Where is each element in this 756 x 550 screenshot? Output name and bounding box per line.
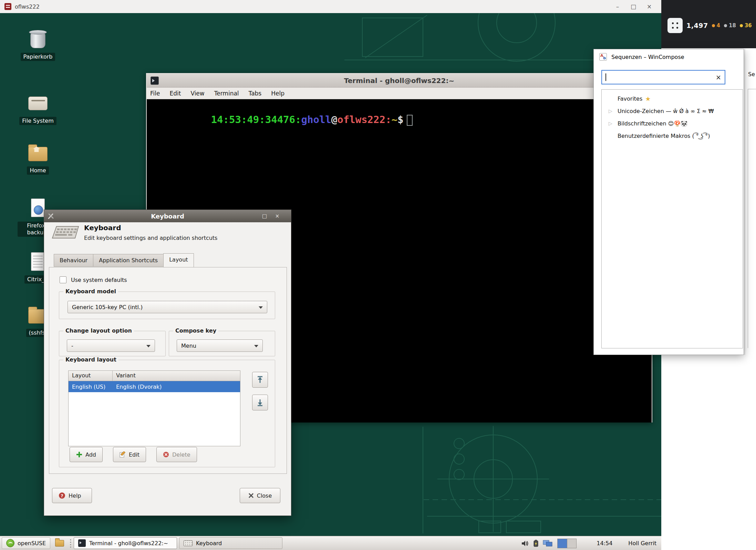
logged-in-user: Holl Gerrit <box>628 540 656 547</box>
use-system-defaults-row: Use system defaults <box>60 276 127 283</box>
workspace-1-active[interactable] <box>558 539 567 548</box>
star-icon: ★ <box>645 95 651 102</box>
wincompose-title: Sequenzen – WinCompose <box>611 54 684 60</box>
minimize-button[interactable]: – <box>610 0 625 13</box>
pencil-icon <box>120 451 126 458</box>
terminal-cursor <box>407 115 413 126</box>
help-button[interactable]: ? Help <box>52 488 92 503</box>
keyboard-layout-list[interactable]: Layout Variant English (US) English (Dvo… <box>68 370 240 446</box>
workspace-switcher[interactable] <box>557 539 577 548</box>
taskbar-task-terminal[interactable]: Terminal - gholl@oflws222:~ <box>74 537 177 549</box>
change-layout-option-select[interactable]: - <box>67 339 155 352</box>
file-manager-button[interactable] <box>52 537 67 549</box>
clear-search-icon[interactable]: × <box>716 74 721 81</box>
sequence-category-list[interactable]: Favorites ★ ▷ Unicode-Zeichen — ŵ Ǿ à ∞ … <box>601 89 743 348</box>
keyboard-model-label: Keyboard model <box>63 288 118 295</box>
remote-window-titlebar[interactable]: oflws222 – □ × <box>0 0 661 13</box>
keyboard-layout-group: Keyboard layout Layout Variant English (… <box>59 360 275 467</box>
menu-file[interactable]: File <box>150 90 160 97</box>
window-controls: – □ × <box>610 0 657 13</box>
tray-battery-icon[interactable] <box>533 540 539 547</box>
menu-view[interactable]: View <box>190 90 204 97</box>
menu-terminal[interactable]: Terminal <box>214 90 239 97</box>
close-dialog-button[interactable]: Close <box>240 488 280 503</box>
tab-behaviour[interactable]: Behaviour <box>54 254 93 267</box>
close-button[interactable]: × <box>641 0 657 13</box>
plus-icon <box>76 451 82 458</box>
prompt-symbol: $ <box>397 114 403 125</box>
panel-drag-handle[interactable] <box>69 539 72 548</box>
taskbar-task-keyboard[interactable]: Keyboard <box>179 537 282 549</box>
column-layout[interactable]: Layout <box>69 371 113 381</box>
menu-edit[interactable]: Edit <box>169 90 181 97</box>
category-unicode[interactable]: ▷ Unicode-Zeichen — ŵ Ǿ à ∞ Σ ≈ ₩ <box>602 105 743 117</box>
desktop-icon-home[interactable]: Home <box>10 142 65 175</box>
dialog-close-button[interactable]: × <box>273 212 281 220</box>
volume-icon[interactable] <box>521 539 529 548</box>
terminal-app-icon <box>151 77 159 85</box>
menu-tabs[interactable]: Tabs <box>249 90 262 97</box>
wincompose-titlebar[interactable]: Ab Sequenzen – WinCompose <box>599 53 684 61</box>
expander-icon[interactable]: ▷ <box>609 108 612 114</box>
prompt-path: ~ <box>391 114 397 125</box>
desktop-icon-trash[interactable]: Papierkorb <box>10 28 65 61</box>
keyboard-layout-label: Keyboard layout <box>63 356 118 363</box>
layout-list-actions: Add Edit <box>70 447 197 462</box>
use-system-defaults-checkbox[interactable] <box>60 276 66 283</box>
terminal-icon <box>78 539 86 547</box>
prompt-host: oflws222: <box>337 114 391 125</box>
category-favorites[interactable]: Favorites ★ <box>602 92 743 105</box>
partial-window-text: Se <box>748 71 755 78</box>
delete-button[interactable]: Delete <box>156 447 197 462</box>
edit-button[interactable]: Edit <box>113 447 146 462</box>
remote-app-icon <box>4 3 11 10</box>
wincompose-app-icon: Ab <box>599 53 607 61</box>
maximize-button[interactable]: □ <box>625 0 641 13</box>
move-down-button[interactable] <box>252 395 268 410</box>
text-cursor <box>605 73 606 81</box>
sequence-search-box[interactable]: × <box>601 70 725 84</box>
dialog-controls: □ × <box>260 212 281 220</box>
clock[interactable]: 14:54 <box>597 540 612 547</box>
partial-window-panel <box>748 89 756 348</box>
dialog-maximize-button[interactable]: □ <box>260 212 269 220</box>
folder-icon <box>55 540 64 547</box>
desktop: Papierkorb File System Home Firefox f ba… <box>0 13 661 550</box>
category-user-macros[interactable]: Benutzerdefinierte Makros ( ͡° ͜ʖ ͡°) <box>602 130 743 142</box>
arrow-down-icon <box>256 398 264 407</box>
extension-icon[interactable] <box>667 18 683 33</box>
menu-help[interactable]: Help <box>271 90 284 97</box>
terminal-titlebar[interactable]: Terminal - gholl@oflws222:~ <box>147 74 652 88</box>
category-emoji[interactable]: ▷ Bildschriftzeichen 😊🍄🐼 <box>602 117 743 130</box>
taskbar: openSUSE Terminal - gholl@oflws222:~ Key… <box>0 536 661 550</box>
tab-application-shortcuts[interactable]: Application Shortcuts <box>93 254 164 267</box>
notification-count: 1,497 <box>686 22 708 29</box>
keyboard-dialog: Keyboard □ × Keyboard Edit keyboard se <box>44 210 291 516</box>
desktop-icon-label: Home <box>27 166 49 175</box>
tab-layout[interactable]: Layout <box>163 253 194 267</box>
remote-desktop-window: oflws222 – □ × <box>0 0 661 550</box>
compose-key-select[interactable]: Menu <box>177 339 263 352</box>
tray-display-icon[interactable] <box>543 539 553 548</box>
chevron-down-icon <box>259 306 263 311</box>
keyboard-icon <box>184 540 193 546</box>
expander-icon[interactable]: ▷ <box>609 121 612 126</box>
workspace-2[interactable] <box>567 539 577 548</box>
chevron-down-icon <box>254 345 258 349</box>
desktop-icon-filesystem[interactable]: File System <box>10 92 65 125</box>
badge-orange: 4 <box>712 22 720 29</box>
compose-key-label: Compose key <box>173 327 218 334</box>
svg-text:?: ? <box>61 493 63 498</box>
screen: 1,497 4 18 36 oflws222 – □ × <box>0 0 756 550</box>
layout-row-selected[interactable]: English (US) English (Dvorak) <box>69 381 240 392</box>
search-input[interactable] <box>608 74 714 81</box>
start-menu-button[interactable]: openSUSE <box>2 537 50 549</box>
add-button[interactable]: Add <box>70 447 103 462</box>
delete-circle-icon <box>163 451 169 458</box>
change-layout-option-group: Change layout option - <box>59 331 166 356</box>
move-up-button[interactable] <box>252 372 268 388</box>
keyboard-dialog-titlebar[interactable]: Keyboard □ × <box>44 210 291 222</box>
wincompose-window: Ab Sequenzen – WinCompose × Favorites ★ … <box>593 49 744 355</box>
column-variant[interactable]: Variant <box>113 371 240 381</box>
keyboard-model-select[interactable]: Generic 105-key PC (intl.) <box>68 301 267 313</box>
